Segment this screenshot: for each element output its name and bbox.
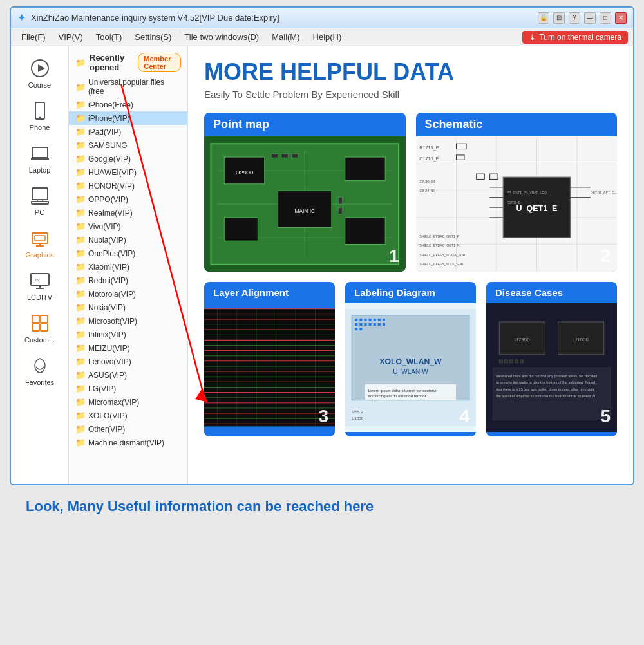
list-item[interactable]: 📁HUAWEI(VIP) [69,165,187,179]
point-map-card[interactable]: Point map U290 [204,113,406,272]
menu-help[interactable]: Help(H) [308,30,347,44]
svg-text:TV: TV [35,278,40,282]
list-item[interactable]: 📁LG(VIP) [69,382,187,395]
list-item[interactable]: 📁Realme(VIP) [69,206,187,220]
list-item[interactable]: 📁MEIZU(VIP) [69,341,187,355]
list-item[interactable]: 📁ASUS(VIP) [69,368,187,382]
help-btn[interactable]: ? [569,12,580,24]
sidebar-item-laptop[interactable]: Laptop [14,138,66,179]
list-item[interactable]: 📁Redmi(VIP) [69,274,187,287]
list-item-selected[interactable]: 📁iPhone(VIP) [69,111,187,125]
menu-mall[interactable]: Mall(M) [267,30,305,44]
disease-cases-body: U7300 U1000 measured once and did not fi… [486,303,617,432]
svg-rect-119 [359,328,362,330]
svg-text:I255 V: I255 V [352,409,364,414]
title-bar-controls: 🔒 ⊡ ? — □ ✕ [538,12,627,24]
labeling-diagram-card[interactable]: Labeling Diagram [345,282,476,436]
svg-rect-38 [338,197,342,203]
lock-btn[interactable]: 🔒 [538,12,549,24]
svg-rect-34 [345,217,386,244]
folder-icon: 📁 [75,384,86,393]
list-item[interactable]: 📁Motorola(VIP) [69,287,187,301]
svg-text:QETD1_APT_C...: QETD1_APT_C... [590,191,616,194]
svg-text:Lorem ipsum dolor sit amet con: Lorem ipsum dolor sit amet consectetur [368,388,437,392]
menu-settings[interactable]: Settins(S) [129,30,176,44]
svg-text:U2900: U2900 [236,169,254,176]
card-number-4: 4 [459,406,469,427]
folder-icon: 📁 [75,330,86,339]
menu-tile[interactable]: Tile two windows(D) [179,30,264,44]
list-item[interactable]: 📁Nubia(VIP) [69,233,187,247]
svg-rect-116 [378,323,381,326]
folder-icon: 📁 [75,127,86,136]
folder-icon: 📁 [75,221,86,231]
svg-text:U1000: U1000 [573,337,589,342]
sidebar-item-course[interactable]: Course [14,53,66,94]
thermal-camera-btn[interactable]: 🌡 Turn on thermal camera [522,31,628,44]
list-item[interactable]: 📁SAMSUNG [69,138,187,152]
menu-file[interactable]: File(F) [16,30,51,44]
layer-alignment-card[interactable]: Layer Alignment [204,282,335,436]
list-item[interactable]: 📁Xiaomi(VIP) [69,260,187,274]
sidebar-item-custom[interactable]: Custom... [14,308,66,349]
schematic-svg: R1713_E C1710_E 27 30 39 23 24-30 U_QET [416,136,618,272]
close-btn[interactable]: ✕ [615,12,627,24]
list-item[interactable]: 📁Micromax(VIP) [69,395,187,409]
sidebar-item-graphics[interactable]: Graphics [14,223,66,264]
list-item[interactable]: 📁XOLO(VIP) [69,409,187,422]
list-item[interactable]: 📁HONOR(VIP) [69,179,187,192]
svg-rect-105 [359,318,362,321]
sidebar-label-favorites: Favorites [25,379,54,386]
svg-rect-109 [378,318,381,321]
folder-icon: 📁 [75,316,86,326]
folder-icon: 📁 [75,357,86,366]
minimize-btn[interactable]: — [584,12,596,24]
menu-tool[interactable]: Tool(T) [91,30,127,44]
list-item[interactable]: 📁Microsoft(VIP) [69,314,187,328]
list-item[interactable]: 📁OnePlus(VIP) [69,247,187,260]
list-item[interactable]: 📁iPad(VIP) [69,125,187,138]
list-item[interactable]: 📁Lenovo(VIP) [69,355,187,368]
list-item[interactable]: 📁Other(VIP) [69,422,187,436]
list-item[interactable]: 📁Infinix(VIP) [69,328,187,341]
svg-text:SHIELD_ETDAC_QET1_P: SHIELD_ETDAC_QET1_P [419,234,460,238]
disease-cases-header: Disease Cases [486,282,617,303]
folder-icon: 📁 [75,113,86,123]
svg-rect-117 [383,323,385,326]
svg-rect-11 [35,236,45,241]
restore-btn[interactable]: ⊡ [553,12,565,24]
svg-rect-18 [32,315,39,322]
sidebar-item-phone[interactable]: Phone [14,95,66,136]
svg-text:U_QET1_E: U_QET1_E [516,204,557,213]
menu-vip[interactable]: VIP(V) [53,30,88,44]
sidebar-label-course: Course [28,81,51,89]
svg-rect-108 [374,318,376,321]
member-center-btn[interactable]: Member Center [138,53,181,72]
schematic-card[interactable]: Schematic [416,113,618,272]
maximize-btn[interactable]: □ [600,12,611,24]
folder-icon: 📁 [75,181,86,191]
folder-icon: 📁 [75,100,86,109]
list-item[interactable]: 📁Vivo(VIP) [69,220,187,233]
svg-rect-112 [359,323,362,326]
svg-rect-32 [345,157,386,180]
content-area: MORE HELPFUL DATA Easily To Settle Probl… [188,46,633,484]
list-item[interactable]: 📁Nokia(VIP) [69,301,187,314]
list-item[interactable]: 📁Google(VIP) [69,152,187,165]
list-item[interactable]: 📁OPPO(VIP) [69,192,187,206]
sidebar-item-favorites[interactable]: Favorites [14,350,66,391]
svg-rect-140 [515,359,518,362]
sidebar-item-pc[interactable]: PC [14,180,66,221]
list-item[interactable]: 📁Machine dismant(VIP) [69,436,187,449]
list-item[interactable]: 📁Universal popular files (free [69,76,187,98]
list-item[interactable]: 📁iPhone(Free) [69,98,187,111]
svg-rect-137 [499,359,502,362]
disease-cases-card[interactable]: Disease Cases U7300 U1000 measured once … [486,282,617,436]
folder-icon: 📁 [75,411,86,420]
schematic-body: R1713_E C1710_E 27 30 39 23 24-30 U_QET [416,136,618,272]
sidebar-item-lcditv[interactable]: TV LCDITV [14,265,66,306]
layer-alignment-header: Layer Alignment [204,282,335,303]
sidebar-label-pc: PC [35,209,44,216]
svg-text:XOLO_WLAN_W: XOLO_WLAN_W [379,357,442,366]
point-map-body: U2900 MAIN IC [204,136,406,272]
